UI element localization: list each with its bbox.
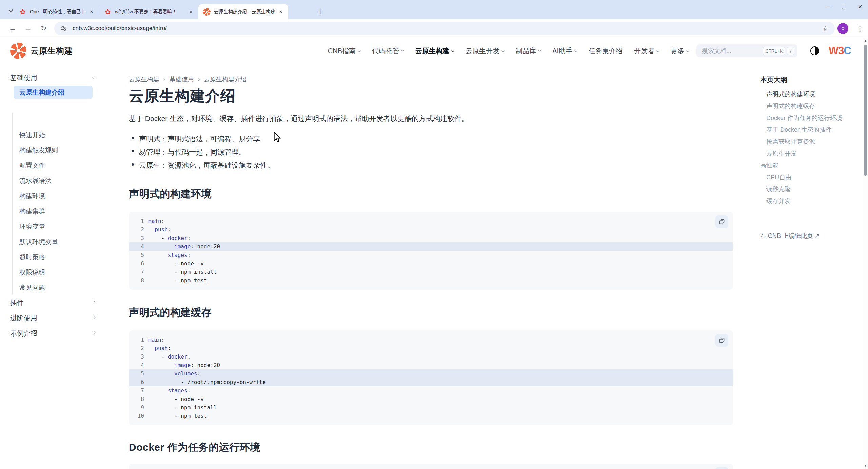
code-line: 7 - npm install <box>129 268 733 276</box>
flower-favicon: ✿ <box>104 8 112 16</box>
toc-item[interactable]: 云原生开发 <box>760 147 862 159</box>
site-logo-text: 云原生构建 <box>31 45 73 56</box>
url-text[interactable]: cnb.w3c.cool/build/basic-usage/intro/ <box>73 25 823 32</box>
sidebar-item[interactable]: 权限说明 <box>19 265 94 280</box>
line-number: 7 <box>134 386 144 395</box>
code-line: 6 - /root/.npm:copy-on-write <box>129 378 733 386</box>
toc-item[interactable]: CPU自由 <box>760 171 862 183</box>
sidebar-item[interactable]: 超时策略 <box>19 249 94 265</box>
browser-tab[interactable]: ✿w(ﾟДﾟ)w 不要走！再看看嘛！✕ <box>99 4 198 19</box>
section-heading-build-env: 声明式的构建环境 <box>129 187 212 201</box>
code-block: 1main:2 push:3 - docker:4 image: node:20… <box>129 212 733 290</box>
toc-item[interactable]: 高性能 <box>760 159 862 171</box>
sidebar: 基础使用 云原生构建介绍 快速开始构建触发规则配置文件流水线语法构建环境构建集群… <box>0 64 105 469</box>
scrollbar-thumb[interactable] <box>864 45 867 176</box>
copy-code-button[interactable] <box>715 467 728 469</box>
site-settings-icon[interactable] <box>60 25 67 32</box>
intro-paragraph: 基于 Docker 生态，对环境、缓存、插件进行抽象，通过声明式的语法，帮助开发… <box>129 114 469 123</box>
breadcrumb-separator: › <box>163 76 165 83</box>
copy-icon <box>718 337 725 344</box>
feature-bullet: 声明式：声明式语法，可编程、易分享。 <box>131 134 274 147</box>
sidebar-group-collapsed[interactable]: 插件 <box>10 295 95 310</box>
w3c-logo[interactable]: W3C <box>829 45 851 57</box>
section-heading-docker-runtime: Docker 作为任务的运行环境 <box>129 441 260 454</box>
line-number: 8 <box>134 276 144 285</box>
sidebar-group-collapsed[interactable]: 示例介绍 <box>10 326 95 341</box>
toc-list: 声明式的构建环境声明式的构建缓存Docker 作为任务的运行环境基于 Docke… <box>760 88 862 207</box>
sidebar-item[interactable]: 快速开始 <box>19 127 94 143</box>
line-number: 3 <box>134 352 144 361</box>
profile-avatar[interactable]: o <box>837 23 848 34</box>
code-line: 1main: <box>129 335 733 344</box>
copy-code-button[interactable] <box>715 215 728 228</box>
sidebar-group-basic-usage[interactable]: 基础使用 <box>10 73 95 83</box>
minimize-button[interactable]: — <box>820 0 836 14</box>
code-line: 5 stages: <box>129 251 733 259</box>
code-line: 1main: <box>129 217 733 225</box>
breadcrumb-item[interactable]: 基础使用 <box>170 75 194 83</box>
tab-title: 云原生构建介绍 - 云原生构建 <box>214 9 275 15</box>
w3c-logo-c: C <box>844 45 851 57</box>
browser-tab[interactable]: ✿One - 明心静性，爱自己 | 个人✕ <box>14 4 99 19</box>
sidebar-item[interactable]: 环境变量 <box>19 219 94 234</box>
site-logo[interactable]: 云原生构建 <box>10 43 73 59</box>
tab-close-button[interactable]: ✕ <box>88 8 95 15</box>
code-line: 4 image: node:20 <box>129 361 733 369</box>
toc-item[interactable]: 声明式的构建缓存 <box>760 100 862 112</box>
new-tab-button[interactable]: + <box>314 5 327 18</box>
sidebar-item-active[interactable]: 云原生构建介绍 <box>14 86 93 99</box>
bookmark-star-icon[interactable]: ☆ <box>823 24 829 33</box>
back-button[interactable]: ← <box>6 22 19 35</box>
line-number: 10 <box>134 412 144 420</box>
sidebar-guide-line <box>12 113 13 295</box>
tab-close-button[interactable]: ✕ <box>188 8 194 15</box>
line-number: 2 <box>134 344 144 352</box>
edit-page-link[interactable]: 在 CNB 上编辑此页 ↗ <box>760 232 820 240</box>
w3c-logo-w3: W3 <box>829 45 844 57</box>
toc-item[interactable]: 读秒克隆 <box>760 183 862 195</box>
reload-button[interactable]: ↻ <box>37 22 50 35</box>
code-block-partial <box>129 464 733 469</box>
copy-code-button[interactable] <box>715 334 728 347</box>
line-number: 6 <box>134 378 144 386</box>
toc-item[interactable]: 按需获取计算资源 <box>760 136 862 147</box>
code-line: 9 - npm install <box>129 403 733 412</box>
sidebar-item[interactable]: 构建触发规则 <box>19 143 94 158</box>
close-window-button[interactable]: ✕ <box>852 0 868 14</box>
scroll-down-arrow[interactable]: ▼ <box>863 463 868 468</box>
sidebar-item[interactable]: 流水线语法 <box>19 173 94 188</box>
sidebar-item[interactable]: 配置文件 <box>19 158 94 173</box>
address-bar[interactable]: cnb.w3c.cool/build/basic-usage/intro/ ☆ <box>54 22 835 35</box>
browser-toolbar: ← → ↻ cnb.w3c.cool/build/basic-usage/int… <box>0 19 868 37</box>
breadcrumb-item[interactable]: 云原生构建介绍 <box>204 75 246 83</box>
scroll-up-arrow[interactable]: ▲ <box>863 38 868 43</box>
breadcrumb-item[interactable]: 云原生构建 <box>129 75 159 83</box>
sidebar-group-label: 基础使用 <box>10 73 37 82</box>
sidebar-item[interactable]: 常见问题 <box>19 280 94 295</box>
maximize-button[interactable] <box>836 0 852 14</box>
sidebar-item[interactable]: 构建集群 <box>19 204 94 219</box>
toc-item[interactable]: Docker 作为任务的运行环境 <box>760 112 862 124</box>
sidebar-item[interactable]: 构建环境 <box>19 188 94 204</box>
chevron-right-icon <box>92 316 96 319</box>
web-page: 云原生构建 CNB指南代码托管云原生构建云原生开发制品库AI助手任务集介绍开发者… <box>0 37 868 469</box>
line-number: 1 <box>134 217 144 225</box>
flower-icon: ✿ <box>20 8 26 15</box>
code-line: 2 push: <box>129 344 733 352</box>
cnb-favicon-icon <box>203 8 211 16</box>
forward-button[interactable]: → <box>22 22 35 35</box>
ctrl-k-badge: CTRL+K <box>763 47 785 55</box>
code-line: 10 - npm test <box>129 412 733 420</box>
sidebar-group-collapsed[interactable]: 进阶使用 <box>10 310 95 326</box>
sidebar-item[interactable]: 默认环境变量 <box>19 234 94 249</box>
toc-item[interactable]: 缓存并发 <box>760 195 862 207</box>
toc-item[interactable]: 基于 Docker 生态的插件 <box>760 124 862 136</box>
browser-tab[interactable]: 云原生构建介绍 - 云原生构建✕ <box>198 4 288 19</box>
tabs-container: ✿One - 明心静性，爱自己 | 个人✕✿w(ﾟДﾟ)w 不要走！再看看嘛！✕… <box>14 4 288 19</box>
toc-item[interactable]: 声明式的构建环境 <box>760 88 862 100</box>
browser-menu-icon[interactable]: ⋮ <box>854 22 866 35</box>
browser-tab-strip: ✿One - 明心静性，爱自己 | 个人✕✿w(ﾟДﾟ)w 不要走！再看看嘛！✕… <box>0 0 868 19</box>
tab-close-button[interactable]: ✕ <box>277 8 284 15</box>
theme-toggle-icon[interactable] <box>810 46 819 55</box>
line-number: 3 <box>134 234 144 242</box>
